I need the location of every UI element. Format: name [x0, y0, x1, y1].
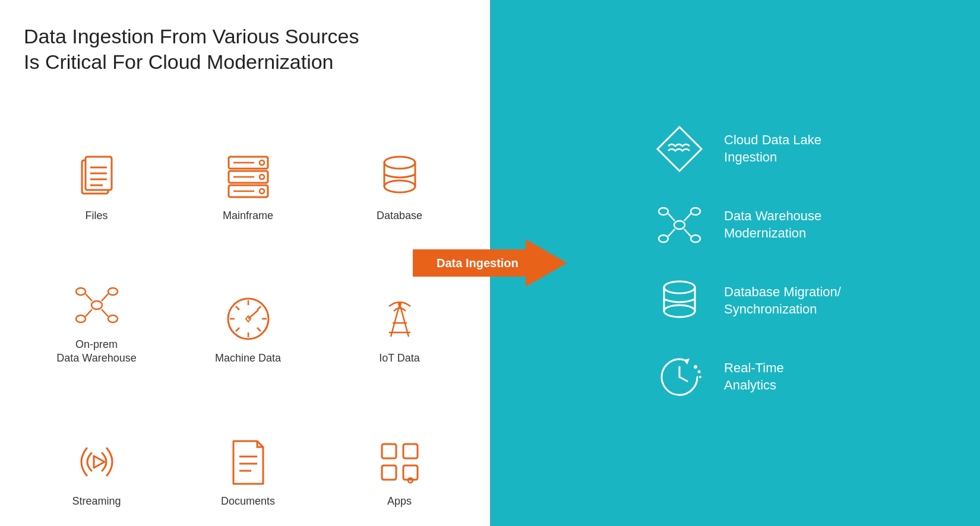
- svg-point-74: [699, 376, 701, 378]
- mainframe-cell: Mainframe: [175, 92, 321, 229]
- right-panel: Data Ingestion Cloud Data LakeIngestion: [490, 0, 980, 526]
- iot-icon: [373, 292, 426, 346]
- mainframe-icon: [222, 150, 275, 203]
- svg-text:Data Ingestion: Data Ingestion: [437, 256, 519, 270]
- svg-point-20: [76, 288, 86, 295]
- svg-line-27: [102, 309, 108, 316]
- apps-label: Apps: [387, 495, 412, 508]
- svg-point-15: [384, 157, 415, 169]
- page-title: Data Ingestion From Various SourcesIs Cr…: [24, 24, 472, 74]
- svg-point-21: [108, 288, 118, 295]
- db-migration-icon: [653, 274, 706, 328]
- database-cell: Database: [327, 92, 472, 229]
- svg-marker-44: [94, 456, 105, 468]
- svg-line-26: [86, 309, 92, 316]
- svg-rect-48: [382, 444, 396, 458]
- svg-point-22: [76, 315, 86, 322]
- svg-point-60: [659, 235, 668, 242]
- svg-rect-50: [382, 465, 396, 480]
- realtime-icon: [653, 350, 706, 404]
- onprem-icon: [70, 278, 124, 332]
- cloud-lake-item: Cloud Data LakeIngestion: [653, 122, 841, 176]
- streaming-icon: [70, 435, 124, 489]
- onprem-cell: On-premData Warehouse: [24, 235, 169, 371]
- iot-label: IoT Data: [379, 351, 420, 365]
- dw-icon: [653, 198, 706, 252]
- streaming-label: Streaming: [72, 495, 121, 508]
- svg-line-35: [257, 306, 261, 310]
- apps-icon: [373, 435, 426, 489]
- documents-icon: [222, 435, 275, 489]
- svg-line-34: [257, 328, 261, 331]
- svg-line-62: [668, 214, 675, 221]
- svg-line-63: [684, 214, 691, 221]
- svg-rect-49: [403, 444, 418, 458]
- dw-modernization-item: Data WarehouseModernization: [653, 198, 841, 252]
- mainframe-label: Mainframe: [223, 209, 273, 223]
- documents-label: Documents: [221, 495, 275, 508]
- arrow-container: Data Ingestion: [413, 236, 567, 290]
- svg-point-66: [664, 281, 695, 293]
- svg-point-10: [260, 175, 264, 179]
- svg-marker-75: [684, 359, 690, 365]
- svg-line-71: [679, 377, 687, 381]
- db-migration-item: Database Migration/Synchronization: [653, 274, 841, 328]
- svg-point-59: [691, 208, 700, 215]
- onprem-label: On-premData Warehouse: [56, 338, 136, 366]
- machine-icon: [222, 292, 275, 346]
- svg-point-73: [698, 370, 701, 373]
- realtime-label: Real-TimeAnalytics: [724, 360, 784, 394]
- dw-label: Data WarehouseModernization: [724, 208, 821, 242]
- svg-point-19: [91, 301, 102, 309]
- svg-point-18: [384, 180, 415, 192]
- svg-point-11: [260, 189, 264, 194]
- svg-line-64: [668, 229, 675, 236]
- cloud-lake-icon: [653, 122, 706, 176]
- source-icon-grid: Files Mainframe: [24, 92, 472, 514]
- files-cell: Files: [24, 92, 169, 229]
- svg-line-65: [684, 229, 691, 236]
- svg-line-25: [102, 294, 108, 301]
- realtime-item: Real-TimeAnalytics: [653, 350, 841, 404]
- svg-line-36: [236, 328, 239, 331]
- svg-line-24: [86, 294, 92, 301]
- svg-point-43: [398, 302, 402, 306]
- svg-point-69: [664, 305, 695, 317]
- svg-line-33: [236, 306, 239, 310]
- svg-point-9: [260, 160, 264, 165]
- documents-cell: Documents: [175, 378, 321, 514]
- database-icon: [373, 150, 426, 203]
- streaming-cell: Streaming: [24, 378, 169, 514]
- svg-point-72: [694, 365, 697, 369]
- cloud-lake-label: Cloud Data LakeIngestion: [724, 132, 821, 166]
- svg-point-57: [674, 221, 685, 229]
- apps-cell: Apps: [327, 378, 472, 514]
- machine-cell: Machine Data: [175, 235, 321, 371]
- files-label: Files: [85, 209, 108, 223]
- database-label: Database: [377, 209, 422, 223]
- files-icon: [70, 150, 124, 203]
- svg-point-58: [659, 208, 668, 215]
- right-items-list: Cloud Data LakeIngestion Data Warehous: [605, 122, 865, 404]
- data-ingestion-arrow: Data Ingestion: [413, 236, 567, 290]
- db-migration-label: Database Migration/Synchronization: [724, 284, 841, 318]
- svg-point-61: [691, 235, 700, 242]
- machine-label: Machine Data: [215, 351, 281, 365]
- svg-point-23: [108, 315, 118, 322]
